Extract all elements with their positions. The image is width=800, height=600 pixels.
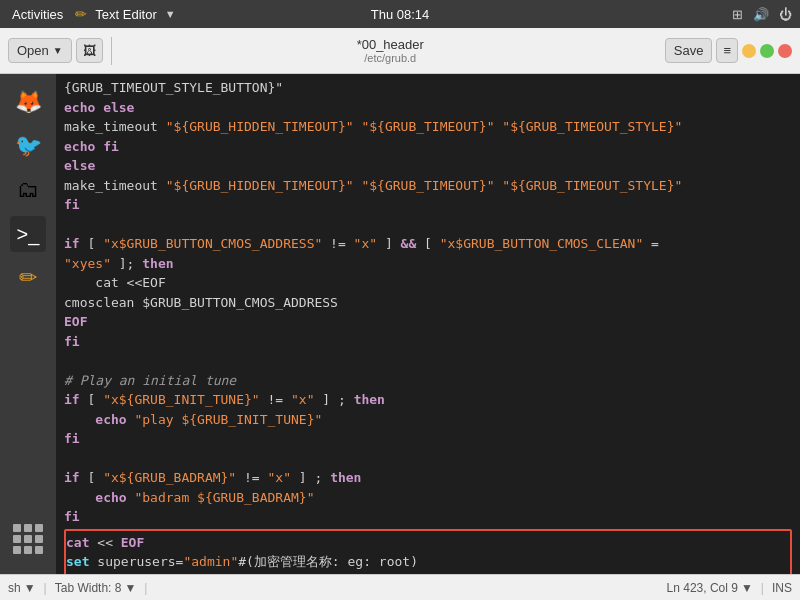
code-line: if [ "x${GRUB_INIT_TUNE}" != "x" ] ; the… xyxy=(64,390,792,410)
lncol-arrow: ▼ xyxy=(741,581,753,595)
code-line: echo "play ${GRUB_INIT_TUNE}" xyxy=(64,410,792,430)
sidebar-icon-thunderbird[interactable]: 🐦 xyxy=(8,126,48,166)
network-icon[interactable]: ⊞ xyxy=(732,7,743,22)
hl-line: set superusers="admin"#(加密管理名称: eg: root… xyxy=(66,552,790,572)
tab-info: *00_header /etc/grub.d xyxy=(357,37,424,64)
tabwidth-arrow: ▼ xyxy=(124,581,136,595)
toolbar-right: Save ≡ xyxy=(665,38,792,63)
app-name[interactable]: Text Editor xyxy=(95,7,156,22)
ins-label: INS xyxy=(772,581,792,595)
save-button[interactable]: Save xyxy=(665,38,713,63)
topbar: Activities ✏ Text Editor ▼ Thu 08:14 ⊞ 🔊… xyxy=(0,0,800,28)
sidebar-icon-firefox[interactable]: 🦊 xyxy=(8,82,48,122)
status-sep: | xyxy=(44,581,47,595)
toolbar-separator xyxy=(111,37,112,65)
status-lang[interactable]: sh ▼ xyxy=(8,581,36,595)
lncol-label: Ln 423, Col 9 xyxy=(667,581,738,595)
code-line xyxy=(64,215,792,235)
code-line: "xyes" ]; then xyxy=(64,254,792,274)
tab-area: *00_header /etc/grub.d xyxy=(120,37,661,64)
hl-line: cat << EOF xyxy=(66,533,790,553)
code-line: echo fi xyxy=(64,137,792,157)
terminal-icon: >_ xyxy=(10,216,46,252)
code-line: if [ "x$GRUB_BUTTON_CMOS_ADDRESS" != "x"… xyxy=(64,234,792,254)
code-line: fi xyxy=(64,332,792,352)
topbar-left: Activities ✏ Text Editor ▼ xyxy=(8,6,176,22)
code-line: else xyxy=(64,156,792,176)
power-icon[interactable]: ⏻ xyxy=(779,7,792,22)
status-sep2: | xyxy=(144,581,147,595)
code-line: cat <<EOF xyxy=(64,273,792,293)
code-line: # Play an initial tune xyxy=(64,371,792,391)
topbar-right: ⊞ 🔊 ⏻ xyxy=(732,7,792,22)
code-line: EOF xyxy=(64,312,792,332)
sidebar: 🦊 🐦 🗂 >_ ✏ xyxy=(0,74,56,574)
code-line: fi xyxy=(64,507,792,527)
app-icon: ✏ xyxy=(75,6,87,22)
code-line: make_timeout "${GRUB_HIDDEN_TIMEOUT}" "$… xyxy=(64,176,792,196)
statusbar: sh ▼ | Tab Width: 8 ▼ | Ln 423, Col 9 ▼ … xyxy=(0,574,800,600)
menu-button[interactable]: ≡ xyxy=(716,38,738,63)
volume-icon[interactable]: 🔊 xyxy=(753,7,769,22)
code-line xyxy=(64,351,792,371)
lang-label: sh xyxy=(8,581,21,595)
app-menu-arrow[interactable]: ▼ xyxy=(165,8,176,20)
app-grid-button[interactable] xyxy=(1,512,55,566)
image-icon: 🖼 xyxy=(83,43,96,58)
lang-arrow: ▼ xyxy=(24,581,36,595)
code-line: echo "badram ${GRUB_BADRAM}" xyxy=(64,488,792,508)
status-sep3: | xyxy=(761,581,764,595)
image-button[interactable]: 🖼 xyxy=(76,38,103,63)
open-button[interactable]: Open ▼ xyxy=(8,38,72,63)
sidebar-bottom xyxy=(1,512,55,566)
code-line: echo else xyxy=(64,98,792,118)
code-line: fi xyxy=(64,195,792,215)
code-line: make_timeout "${GRUB_HIDDEN_TIMEOUT}" "$… xyxy=(64,117,792,137)
hl-line: password_pbkdf2 admin xyxy=(66,572,790,575)
status-tabwidth[interactable]: Tab Width: 8 ▼ xyxy=(55,581,137,595)
toolbar: Open ▼ 🖼 *00_header /etc/grub.d Save ≡ xyxy=(0,28,800,74)
maximize-button[interactable] xyxy=(760,44,774,58)
code-line: fi xyxy=(64,429,792,449)
editor[interactable]: {GRUB_TIMEOUT_STYLE_BUTTON}" echo else m… xyxy=(56,74,800,574)
code-line: cmosclean $GRUB_BUTTON_CMOS_ADDRESS xyxy=(64,293,792,313)
tab-subtitle: /etc/grub.d xyxy=(357,52,424,64)
main: 🦊 🐦 🗂 >_ ✏ {GRUB_TIMEOUT_STYLE_BUTTON}" … xyxy=(0,74,800,574)
topbar-time: Thu 08:14 xyxy=(371,7,430,22)
minimize-button[interactable] xyxy=(742,44,756,58)
open-label: Open xyxy=(17,43,49,58)
tabwidth-label: Tab Width: 8 xyxy=(55,581,122,595)
tab-title: *00_header xyxy=(357,37,424,52)
sidebar-icon-terminal[interactable]: >_ xyxy=(8,214,48,254)
close-button[interactable] xyxy=(778,44,792,58)
sidebar-icon-files[interactable]: 🗂 xyxy=(8,170,48,210)
open-arrow: ▼ xyxy=(53,45,63,56)
activities-button[interactable]: Activities xyxy=(8,7,67,22)
status-lncol: Ln 423, Col 9 ▼ xyxy=(667,581,753,595)
sidebar-icon-texteditor[interactable]: ✏ xyxy=(8,258,48,298)
code-line: if [ "x${GRUB_BADRAM}" != "x" ] ; then xyxy=(64,468,792,488)
code-line xyxy=(64,449,792,469)
code-line: {GRUB_TIMEOUT_STYLE_BUTTON}" xyxy=(64,78,792,98)
highlighted-block: cat << EOF set superusers="admin"#(加密管理名… xyxy=(64,529,792,575)
